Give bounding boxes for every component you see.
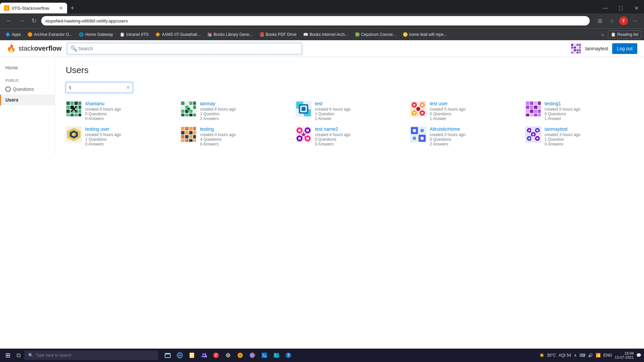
user-name-test[interactable]: test — [315, 101, 351, 106]
user-questions-tanmaytest: 1 Question — [545, 137, 581, 142]
active-tab[interactable]: S IITG-Stackoverflow ✕ — [0, 3, 67, 13]
svg-rect-98 — [185, 131, 189, 134]
taskbar-icon-photos[interactable] — [271, 350, 282, 361]
users-grid: shantanu created 6 hours ago 0 Questions… — [66, 101, 633, 146]
tab-title: IITG-Stackoverflow — [12, 6, 56, 11]
user-avatar-tanmaytest — [525, 126, 541, 142]
main-search-input[interactable] — [67, 43, 302, 54]
bookmark-cepstrum[interactable]: 🟢 Cepstrum Course... — [352, 31, 399, 38]
taskbar-icon-teams[interactable] — [199, 350, 209, 361]
svg-rect-16 — [579, 52, 581, 53]
taskbar-icon-browser[interactable] — [174, 350, 185, 361]
sidebar-item-users[interactable]: Users — [0, 95, 55, 105]
svg-point-132 — [526, 132, 530, 137]
back-button[interactable]: ← — [4, 16, 14, 26]
nav-bar: ← → ↻ stupefied-hawking-e869bf.netlify.a… — [0, 13, 644, 28]
tab-favicon: S — [4, 5, 9, 11]
svg-point-67 — [413, 104, 415, 106]
address-bar[interactable]: stupefied-hawking-e869bf.netlify.app/use… — [41, 16, 590, 25]
globe-icon — [5, 86, 11, 92]
svg-rect-33 — [78, 114, 81, 116]
user-name-testinguser[interactable]: testing user — [85, 126, 121, 132]
bookmark-home-iball[interactable]: 🟡 home iball wifi repe... — [400, 31, 450, 38]
volume-icon[interactable]: 🔊 — [588, 353, 593, 358]
taskbar-icon-files[interactable] — [186, 350, 197, 361]
taskbar-icon-app2[interactable] — [223, 350, 233, 361]
svg-rect-76 — [526, 106, 529, 109]
svg-rect-72 — [526, 102, 529, 105]
svg-rect-1 — [571, 44, 573, 46]
taskbar-search[interactable]: 🔍 Type here to search — [24, 351, 158, 360]
logout-button[interactable]: Log out — [612, 43, 637, 54]
minimize-button[interactable]: — — [598, 3, 613, 13]
taskbar-icon-app1[interactable]: F — [211, 350, 221, 361]
svg-rect-107 — [189, 139, 193, 142]
svg-rect-84 — [526, 114, 529, 116]
refresh-button[interactable]: ↻ — [30, 16, 39, 26]
profile-icon profile[interactable]: T — [619, 16, 628, 25]
sidebar-item-home[interactable]: Home — [0, 62, 55, 73]
tab-close-button[interactable]: ✕ — [59, 5, 63, 11]
taskbar-icon-chrome[interactable] — [247, 350, 258, 361]
forward-button[interactable]: → — [17, 16, 27, 26]
taskbar-icon-firefox[interactable] — [235, 350, 246, 361]
user-name-tanmay[interactable]: tanmay — [200, 101, 236, 106]
user-name-shantanu[interactable]: shantanu — [85, 101, 121, 106]
start-button[interactable]: ⊞ — [3, 350, 13, 360]
svg-rect-77 — [530, 106, 533, 109]
close-button[interactable]: ✕ — [629, 3, 644, 13]
notification-icon[interactable]: 💬 — [636, 353, 641, 358]
favorites-icon[interactable]: ☆ — [607, 16, 616, 25]
bookmark-home-gateway[interactable]: 🌐 Home Gateway — [76, 31, 116, 38]
bookmark-books-lib[interactable]: 📚 Books Library Gene... — [205, 31, 255, 38]
user-created-altruistichome: created 3 hours ago — [430, 132, 466, 137]
svg-rect-144 — [165, 353, 170, 355]
bookmark-archive-label: Archive Extractor O... — [34, 32, 72, 37]
bookmark-books-pdf[interactable]: 📕 Books PDF Drive — [257, 31, 299, 38]
sys-chevron[interactable]: ∧ — [574, 353, 577, 358]
user-name-testname2[interactable]: test name2 — [315, 126, 351, 132]
taskbar-icon-explorer[interactable] — [162, 350, 173, 361]
svg-rect-85 — [530, 114, 533, 116]
bookmark-apps[interactable]: 🔷 Apps — [3, 31, 23, 38]
bookmark-aams[interactable]: 🔶 AAMS IIT-Guwahati... — [153, 31, 203, 38]
svg-rect-38 — [193, 102, 196, 105]
user-name-tanmaytest[interactable]: tanmaytest — [545, 126, 581, 132]
network-icon[interactable]: 📶 — [596, 353, 601, 358]
user-card-tanmaytest: tanmaytest created 3 hours ago 1 Questio… — [525, 126, 633, 146]
bookmark-archive[interactable]: 🟠 Archive Extractor O... — [25, 31, 75, 38]
reading-list-button[interactable]: 📋 Reading list — [608, 31, 641, 39]
maximize-button[interactable]: ⎕ — [613, 3, 629, 13]
taskbar-icon-vscode[interactable] — [259, 350, 270, 361]
user-card-testing1: testing1 created 5 hours ago 0 Questions… — [525, 101, 633, 121]
settings-icon[interactable]: ⋯ — [631, 16, 640, 25]
user-filter-input[interactable] — [66, 82, 133, 93]
user-info-testname2: test name2 created 4 hours ago 0 Questio… — [315, 126, 351, 146]
filter-bar: ✕ — [66, 82, 633, 93]
extensions-icon[interactable]: ⊞ — [595, 16, 604, 25]
bookmark-books-internet[interactable]: 📖 Books Internet Arch... — [301, 31, 351, 38]
user-name-altruistichome[interactable]: AltruisticHome — [430, 126, 466, 132]
user-created-testuser: created 5 hours ago — [430, 107, 466, 112]
keyboard-icon: ⌨ — [580, 353, 585, 358]
user-questions-shantanu: 0 Questions — [85, 112, 121, 116]
bookmark-intranet[interactable]: 📋 Intranet IITG — [117, 31, 151, 38]
task-view-button[interactable]: ⧉ — [14, 351, 23, 360]
svg-rect-82 — [534, 110, 537, 113]
filter-clear-button[interactable]: ✕ — [126, 85, 130, 90]
user-name-testing[interactable]: testing — [200, 126, 236, 132]
user-name-testing1[interactable]: testing1 — [545, 101, 581, 106]
svg-rect-103 — [189, 135, 193, 138]
taskbar-time: 18:08 13-07-2021 — [615, 351, 634, 359]
user-avatar-testing1 — [525, 101, 541, 117]
svg-rect-18 — [66, 102, 70, 105]
taskbar-icon-help[interactable]: ? — [283, 350, 294, 361]
svg-rect-152 — [190, 356, 192, 357]
bookmarks-more[interactable]: » — [600, 31, 605, 39]
sidebar-item-questions[interactable]: Questions — [0, 84, 55, 95]
new-tab-button[interactable]: + — [67, 4, 78, 12]
user-name-testuser[interactable]: test user — [430, 101, 466, 106]
svg-rect-39 — [181, 106, 184, 109]
svg-point-116 — [298, 137, 301, 140]
user-avatar-test — [296, 101, 312, 117]
